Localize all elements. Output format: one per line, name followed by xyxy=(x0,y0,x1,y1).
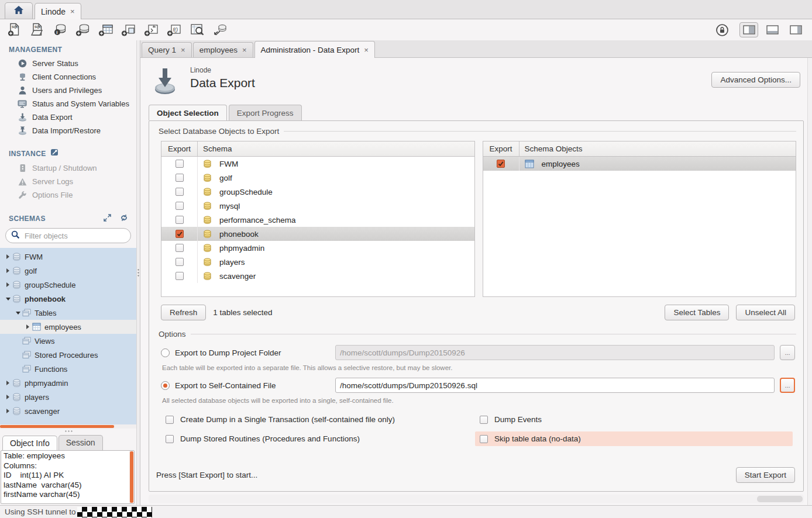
editor-tab-employees[interactable]: employees× xyxy=(193,42,253,57)
export-checkbox[interactable] xyxy=(176,160,184,168)
collapse-arrow-icon[interactable] xyxy=(5,298,11,301)
tab-object-info[interactable]: Object Info xyxy=(2,436,57,451)
unselect-all-button[interactable]: Unselect All xyxy=(736,305,795,320)
tree-item-functions[interactable]: Functions xyxy=(0,362,136,376)
open-sql-script-icon[interactable]: SQL xyxy=(29,22,46,38)
toggle-bottom-panel-icon[interactable] xyxy=(763,22,782,37)
close-tab-icon[interactable]: × xyxy=(364,46,369,54)
refresh-button[interactable]: Refresh xyxy=(161,305,206,320)
tree-item-stored-procedures[interactable]: Stored Procedures xyxy=(0,348,136,362)
home-tab[interactable] xyxy=(5,2,33,19)
expand-arrow-icon[interactable] xyxy=(5,409,11,413)
tab-session[interactable]: Session xyxy=(59,435,103,450)
table-row-scavenger[interactable]: scavenger xyxy=(161,269,474,283)
dump-folder-browse-button[interactable]: ... xyxy=(780,345,795,360)
export-checkbox[interactable] xyxy=(176,216,184,224)
sidebar-item-status-and-system-variables[interactable]: Status and System Variables xyxy=(0,97,136,110)
export-checkbox[interactable] xyxy=(176,258,184,266)
table-row-phonebook[interactable]: phonebook xyxy=(161,227,474,241)
advanced-options-button[interactable]: Advanced Options... xyxy=(711,72,800,88)
export-checkbox[interactable] xyxy=(176,174,184,182)
expand-arrow-icon[interactable] xyxy=(5,381,11,385)
object-info-vscrollbar[interactable] xyxy=(129,451,134,503)
new-sql-tab-icon[interactable]: SQL xyxy=(6,22,23,38)
sidebar-item-client-connections[interactable]: Client Connections xyxy=(0,70,136,84)
export-checkbox[interactable] xyxy=(176,272,184,280)
tree-item-phonebook[interactable]: phonebook xyxy=(0,292,136,306)
toggle-left-sidebar-icon[interactable] xyxy=(739,22,758,37)
table-row-performance_schema[interactable]: performance_schema xyxy=(161,213,474,227)
connection-tab-linode[interactable]: Linode × xyxy=(35,3,81,19)
expand-arrow-icon[interactable] xyxy=(25,324,31,329)
export-checkbox[interactable] xyxy=(176,230,184,238)
sidebar-splitter-handle[interactable] xyxy=(0,429,136,434)
export-checkbox[interactable] xyxy=(497,160,505,168)
hscrollbar-thumb[interactable] xyxy=(0,425,114,428)
tree-item-groupschedule[interactable]: groupSchedule xyxy=(0,278,136,292)
sidebar-item-startup-shutdown[interactable]: Startup / Shutdown xyxy=(0,161,136,175)
close-icon[interactable]: × xyxy=(70,7,75,16)
expand-schemas-icon[interactable] xyxy=(104,214,111,223)
option-create-dump-in-a-single-transaction-self[interactable]: Create Dump in a Single Transaction (sel… xyxy=(161,412,475,427)
tree-item-players[interactable]: players xyxy=(0,390,136,404)
tree-item-views[interactable]: Views xyxy=(0,334,136,348)
self-contained-radio[interactable] xyxy=(161,381,170,390)
subtab-object-selection[interactable]: Object Selection xyxy=(149,105,227,120)
option-skip-table-data-no-data-[interactable]: Skip table data (no-data) xyxy=(475,431,793,446)
search-table-data-icon[interactable] xyxy=(188,22,206,38)
self-contained-path-input[interactable] xyxy=(335,378,775,393)
main-splitter[interactable] xyxy=(136,40,140,505)
tree-item-golf[interactable]: golf xyxy=(0,264,136,278)
dump-folder-radio[interactable] xyxy=(161,348,170,357)
create-procedure-icon[interactable] xyxy=(143,22,160,38)
tree-item-scavenger[interactable]: scavenger xyxy=(0,404,136,418)
table-row-FWM[interactable]: FWM xyxy=(161,157,474,171)
option-checkbox[interactable] xyxy=(480,416,488,424)
table-row-players[interactable]: players xyxy=(161,255,474,269)
vscrollbar-thumb[interactable] xyxy=(130,451,133,503)
tree-item-employees[interactable]: employees xyxy=(0,320,136,334)
close-tab-icon[interactable]: × xyxy=(242,46,247,54)
create-view-icon[interactable] xyxy=(120,22,137,38)
expand-arrow-icon[interactable] xyxy=(5,282,11,287)
option-checkbox[interactable] xyxy=(166,435,174,443)
sidebar-item-data-export[interactable]: Data Export xyxy=(0,110,136,124)
inspect-database-icon[interactable]: i xyxy=(51,22,69,38)
export-checkbox[interactable] xyxy=(176,244,184,252)
reconnect-db-icon[interactable] xyxy=(211,22,229,38)
tree-item-fwm[interactable]: FWM xyxy=(0,250,136,264)
table-row-employees[interactable]: employees xyxy=(483,157,796,171)
close-tab-icon[interactable]: × xyxy=(181,46,185,54)
select-tables-button[interactable]: Select Tables xyxy=(665,305,729,320)
sidebar-item-users-and-privileges[interactable]: Users and Privileges xyxy=(0,84,136,97)
create-table-icon[interactable] xyxy=(97,22,115,38)
table-row-golf[interactable]: golf xyxy=(161,171,474,185)
table-row-groupSchedule[interactable]: groupSchedule xyxy=(161,185,474,199)
option-checkbox[interactable] xyxy=(480,435,488,443)
option-checkbox[interactable] xyxy=(166,416,174,424)
self-contained-browse-button[interactable]: ... xyxy=(780,378,795,393)
main-hscrollbar-thumb[interactable] xyxy=(757,496,803,502)
sidebar-item-server-status[interactable]: Server Status xyxy=(0,57,136,70)
table-row-mysql[interactable]: mysql xyxy=(161,199,474,213)
refresh-schemas-icon[interactable] xyxy=(120,214,128,223)
option-dump-events[interactable]: Dump Events xyxy=(475,412,793,427)
expand-arrow-icon[interactable] xyxy=(5,395,11,399)
subtab-export-progress[interactable]: Export Progress xyxy=(229,105,302,120)
export-checkbox[interactable] xyxy=(176,202,184,210)
create-function-icon[interactable]: f() xyxy=(166,22,183,38)
filter-objects-input[interactable] xyxy=(23,231,125,241)
schema-tree-hscrollbar[interactable] xyxy=(0,424,136,429)
tree-item-tables[interactable]: Tables xyxy=(0,306,136,320)
main-vscrollbar[interactable] xyxy=(807,58,812,505)
main-hscrollbar[interactable] xyxy=(149,495,804,503)
editor-tab-query-1[interactable]: Query 1× xyxy=(142,42,192,57)
export-checkbox[interactable] xyxy=(176,188,184,196)
expand-arrow-icon[interactable] xyxy=(5,254,11,259)
table-row-phpmyadmin[interactable]: phpmyadmin xyxy=(161,241,474,255)
option-dump-stored-routines-procedures-and-func[interactable]: Dump Stored Routines (Procedures and Fun… xyxy=(161,431,475,446)
sidebar-item-server-logs[interactable]: Server Logs xyxy=(0,175,136,188)
collapse-arrow-icon[interactable] xyxy=(15,312,21,315)
expand-arrow-icon[interactable] xyxy=(5,268,11,273)
toggle-right-panel-icon[interactable] xyxy=(786,22,805,37)
